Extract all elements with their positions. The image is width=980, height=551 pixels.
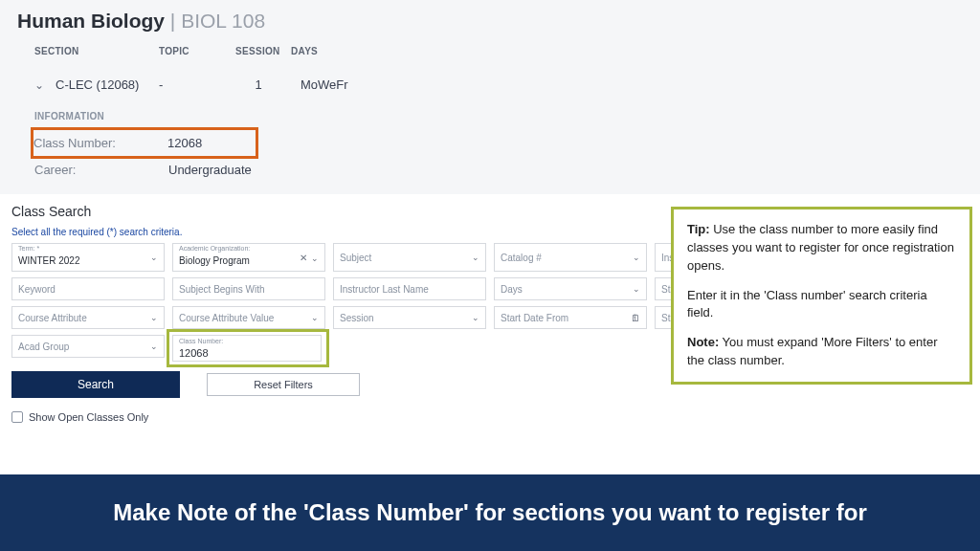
col-header-days: DAYS <box>291 46 348 56</box>
term-value: WINTER 2022 <box>18 255 79 266</box>
start-date-from-input[interactable]: Start Date From🗓 <box>494 306 647 329</box>
tip-text-2: Enter it in the 'Class number' search cr… <box>687 287 956 323</box>
cell-days: MoWeFr <box>301 77 358 92</box>
information-heading: INFORMATION <box>34 111 946 121</box>
cell-session: 1 <box>235 77 281 92</box>
instructor-lastname-input[interactable]: Instructor Last Name <box>333 277 486 300</box>
open-classes-checkbox[interactable] <box>11 411 23 423</box>
col-header-section: SECTION <box>34 46 159 56</box>
subject-select[interactable]: Subject⌄ <box>333 243 486 272</box>
chevron-down-icon: ⌄ <box>150 342 158 351</box>
chevron-down-icon: ⌄ <box>150 313 158 322</box>
class-number-label: Class Number: <box>33 136 167 150</box>
catalog-input[interactable]: Catalog #⌄ <box>494 243 647 272</box>
tip-text-1: Use the class number to more easily find… <box>687 222 954 273</box>
subject-begins-input[interactable]: Subject Begins With <box>172 277 325 300</box>
section-table-header: SECTION TOPIC SESSION DAYS <box>17 33 963 66</box>
chevron-down-icon: ⌄ <box>472 313 479 322</box>
information-block: INFORMATION Class Number: 12068 Career: … <box>17 103 963 187</box>
chevron-down-icon: ⌄ <box>633 253 640 262</box>
open-classes-label: Show Open Classes Only <box>29 411 148 423</box>
class-number-highlight: Class Number: 12068 <box>31 127 258 159</box>
title-divider: | <box>170 10 181 32</box>
open-classes-check-row[interactable]: Show Open Classes Only <box>11 411 969 423</box>
col-header-topic: TOPIC <box>159 46 235 56</box>
career-label: Career: <box>34 163 168 177</box>
chevron-down-icon: ⌄ <box>311 313 319 322</box>
tip-label: Tip: <box>687 222 710 236</box>
course-attribute-value-select[interactable]: Course Attribute Value⌄ <box>172 306 325 329</box>
chevron-down-icon: ⌄ <box>311 253 319 263</box>
instruction-banner: Make Note of the 'Class Number' for sect… <box>0 474 980 551</box>
acad-org-select[interactable]: Academic Organization: Biology Program ✕… <box>172 243 325 272</box>
chevron-down-icon: ⌄ <box>472 253 479 262</box>
acad-org-value: Biology Program <box>179 255 250 266</box>
clear-icon[interactable]: ✕ <box>300 253 307 263</box>
search-button[interactable]: Search <box>11 371 180 398</box>
session-select[interactable]: Session⌄ <box>333 306 486 329</box>
course-name: Human Biology <box>17 10 165 32</box>
course-title: Human Biology | BIOL 108 <box>17 10 963 33</box>
class-number-value: 12068 <box>167 136 202 150</box>
term-select[interactable]: Term: * WINTER 2022 ⌄ <box>11 243 165 272</box>
col-header-session: SESSION <box>235 46 291 56</box>
course-header-panel: Human Biology | BIOL 108 SECTION TOPIC S… <box>0 0 980 194</box>
cell-topic: - <box>159 77 235 92</box>
chevron-down-icon: ⌄ <box>150 253 158 262</box>
cell-section: C-LEC (12068) <box>56 77 159 92</box>
career-value: Undergraduate <box>168 163 252 177</box>
days-select[interactable]: Days⌄ <box>494 277 647 300</box>
note-label: Note: <box>687 335 719 349</box>
class-number-input[interactable]: Class Number: 12068 <box>172 335 322 362</box>
calendar-icon[interactable]: 🗓 <box>631 313 640 323</box>
course-attribute-select[interactable]: Course Attribute⌄ <box>11 306 165 329</box>
term-label: Term: * <box>18 245 39 252</box>
class-number-field-label: Class Number: <box>179 338 223 344</box>
tip-callout: Tip: Use the class number to more easily… <box>671 207 972 385</box>
keyword-input[interactable]: Keyword <box>11 277 165 300</box>
acad-org-label: Academic Organization: <box>179 245 250 252</box>
tip-text-3: You must expand 'More Filters' to enter … <box>687 335 937 367</box>
chevron-down-icon[interactable]: ⌄ <box>34 78 46 92</box>
section-row[interactable]: ⌄ C-LEC (12068) - 1 MoWeFr <box>17 66 963 103</box>
reset-filters-button[interactable]: Reset Filters <box>207 373 360 396</box>
acad-group-select[interactable]: Acad Group⌄ <box>11 335 165 358</box>
class-number-field-value: 12068 <box>179 347 209 359</box>
course-code: BIOL 108 <box>181 10 265 32</box>
chevron-down-icon: ⌄ <box>633 284 640 294</box>
